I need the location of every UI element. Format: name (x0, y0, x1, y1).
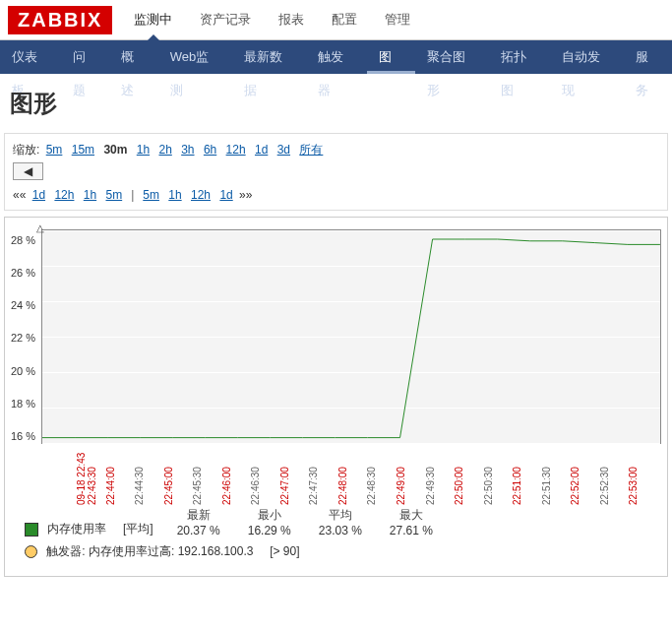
zoom-option[interactable]: 12h (226, 143, 246, 157)
subnav-item[interactable]: 触发器 (306, 40, 367, 74)
nav-step[interactable]: 5m (143, 188, 159, 202)
zoom-row: 缩放: 5m 15m 30m 1h 2h 3h 6h 12h 1d 3d 所有 (13, 142, 659, 158)
topnav-item[interactable]: 资产记录 (186, 0, 265, 39)
topnav-item[interactable]: 报表 (265, 0, 318, 39)
zoom-option[interactable]: 1h (137, 143, 150, 157)
time-controls: 缩放: 5m 15m 30m 1h 2h 3h 6h 12h 1d 3d 所有 … (4, 133, 668, 211)
chart-card: 28 %26 %24 %22 %20 %18 %16 % △ 09-18 22:… (4, 217, 668, 577)
y-axis-labels: 28 %26 %24 %22 %20 %18 %16 % (11, 229, 35, 442)
zoom-option[interactable]: 30m (103, 143, 127, 157)
legend-swatch (25, 523, 38, 537)
subnav-item[interactable]: 服务 (624, 40, 672, 74)
zoom-option[interactable]: 2h (158, 143, 171, 157)
trigger-cond: [> 90] (270, 544, 299, 558)
trigger-row: 触发器: 内存使用率过高: 192.168.100.3 [> 90] (11, 537, 661, 566)
trigger-label: 触发器: (46, 544, 85, 558)
logo: ZABBIX (8, 6, 112, 34)
subnav-item[interactable]: 聚合图形 (415, 40, 489, 74)
nav-step[interactable]: 1d (219, 188, 232, 202)
subnav: 仪表板问题概述Web监测最新数据触发器图形聚合图形拓扑图自动发现服务 (0, 40, 672, 74)
zoom-label: 缩放: (13, 143, 39, 157)
subnav-item[interactable]: 拓扑图 (489, 40, 550, 74)
subnav-item[interactable]: 自动发现 (550, 40, 624, 74)
zoom-option[interactable]: 5m (46, 143, 63, 157)
zoom-option[interactable]: 1d (255, 143, 268, 157)
nav-step[interactable]: 12h (54, 188, 74, 202)
y-tick: 24 % (11, 300, 35, 311)
legend-stats: 最新20.37 %最小16.29 %平均23.03 %最大27.61 % (177, 507, 433, 537)
stat: 最小16.29 % (248, 507, 291, 537)
stat: 平均23.03 % (319, 507, 362, 537)
subnav-item[interactable]: 问题 (61, 40, 109, 74)
nav-step[interactable]: 5m (105, 188, 122, 202)
topnav-item[interactable]: 监测中 (120, 0, 186, 39)
subnav-item[interactable]: 最新数据 (232, 40, 306, 74)
subnav-item[interactable]: Web监测 (158, 40, 232, 74)
y-tick: 26 % (11, 268, 35, 279)
trigger-text: 内存使用率过高: 192.168.100.3 (89, 544, 253, 558)
topnav-item[interactable]: 配置 (318, 0, 371, 39)
nav-suffix: »» (239, 188, 252, 202)
plot-area: △ (41, 229, 661, 444)
plot-wrap: 28 %26 %24 %22 %20 %18 %16 % △ (11, 229, 661, 444)
zoom-option[interactable]: 3h (181, 143, 194, 157)
legend-series: 内存使用率 [平均] (25, 521, 153, 537)
subnav-item[interactable]: 仪表板 (0, 40, 61, 74)
y-tick: 28 % (11, 235, 35, 246)
y-tick: 16 % (11, 431, 35, 442)
nav-sep: | (131, 188, 134, 202)
nav-step[interactable]: 1h (168, 188, 181, 202)
zoom-option[interactable]: 6h (204, 143, 216, 157)
legend-agg: [平均] (123, 522, 153, 536)
nav-step[interactable]: 12h (191, 188, 211, 202)
subnav-item[interactable]: 概述 (109, 40, 157, 74)
stat: 最新20.37 % (177, 507, 220, 537)
nav-prefix: «« (13, 188, 26, 202)
stat: 最大27.61 % (390, 507, 433, 537)
legend: 内存使用率 [平均] 最新20.37 %最小16.29 %平均23.03 %最大… (11, 507, 661, 537)
nav-step[interactable]: 1d (32, 188, 45, 202)
nav-row: «« 1d 12h 1h 5m|5m 1h 12h 1d »» (13, 188, 659, 202)
y-tick: 18 % (11, 399, 35, 410)
trigger-icon (25, 545, 37, 558)
topnav: 监测中资产记录报表配置管理 (120, 0, 424, 39)
subnav-item[interactable]: 图形 (367, 40, 415, 74)
prev-button[interactable]: ◀ (13, 162, 43, 180)
y-tick: 20 % (11, 366, 35, 377)
y-tick: 22 % (11, 333, 35, 344)
zoom-option[interactable]: 15m (72, 143, 94, 157)
nav-step[interactable]: 1h (84, 188, 96, 202)
legend-name: 内存使用率 (47, 522, 106, 536)
topnav-item[interactable]: 管理 (371, 0, 424, 39)
zoom-option[interactable]: 所有 (299, 143, 323, 157)
topbar: ZABBIX 监测中资产记录报表配置管理 (0, 0, 672, 40)
zoom-option[interactable]: 3d (277, 143, 290, 157)
